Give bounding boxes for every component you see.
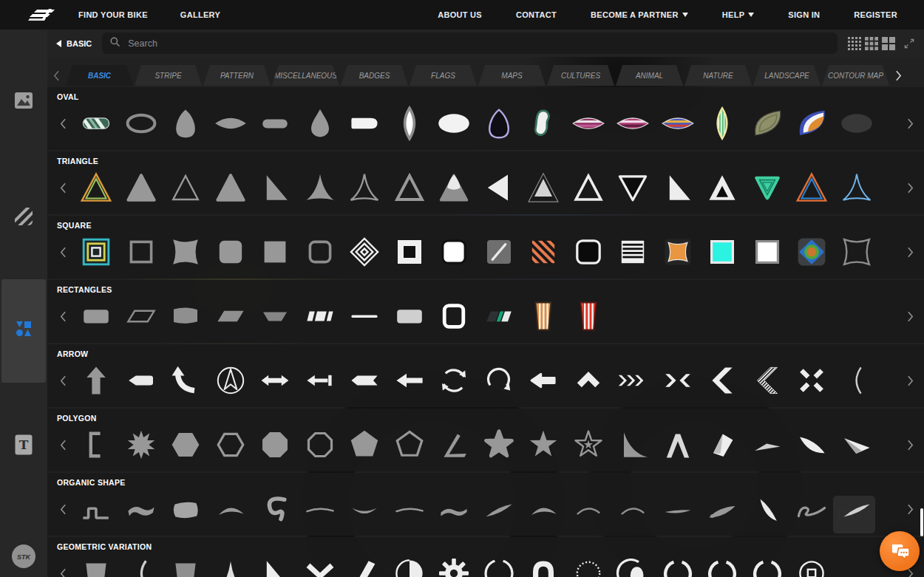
grid-medium-icon[interactable] — [865, 37, 878, 50]
shape-slanted-blade[interactable] — [342, 554, 387, 577]
shape-wavy-ribbon[interactable] — [119, 490, 164, 528]
shape-rounded-star[interactable] — [477, 426, 522, 464]
nav-help[interactable]: HELP — [722, 10, 755, 19]
row-scroll-right-button[interactable] — [903, 375, 917, 386]
shape-striped-lens-magenta[interactable] — [566, 104, 611, 143]
shape-thin-arc[interactable] — [835, 361, 880, 400]
shape-square-with-core[interactable] — [387, 233, 432, 271]
shape-egg[interactable] — [163, 104, 208, 143]
row-scroll-left-button[interactable] — [56, 375, 69, 386]
shape-diagonal-striped-square[interactable] — [521, 233, 566, 271]
shape-tail-swoosh[interactable] — [835, 490, 880, 528]
shape-striped-pill[interactable] — [74, 104, 119, 143]
shape-outline-triangle[interactable] — [387, 168, 432, 207]
shape-concave-square-outline[interactable] — [835, 233, 880, 271]
shape-concave-triangle-outline[interactable] — [342, 168, 387, 207]
sidebar-text-tool[interactable]: T — [0, 434, 47, 455]
shape-concentric-diamonds[interactable] — [342, 233, 387, 271]
row-scroll-left-button[interactable] — [56, 440, 69, 451]
shape-concave-corner[interactable] — [611, 426, 656, 464]
brand-logo-icon[interactable] — [27, 7, 58, 23]
shape-curved-arrow[interactable] — [163, 361, 208, 400]
shape-dark-ellipse[interactable] — [835, 104, 880, 143]
shape-thin-bar[interactable] — [342, 297, 387, 335]
row-scroll-left-button[interactable] — [56, 118, 69, 129]
shape-lined-square[interactable] — [611, 233, 656, 271]
shape-teal-rounded-triangle[interactable] — [745, 168, 790, 207]
shape-black-rounded-square[interactable] — [566, 233, 611, 271]
sidebar-image-tool[interactable] — [0, 92, 47, 109]
shape-flame-leaf[interactable] — [789, 104, 835, 143]
shape-light-rounded-rectangle[interactable] — [387, 297, 432, 335]
shape-step-curve[interactable] — [74, 490, 119, 528]
shape-flag-rectangle[interactable] — [163, 297, 208, 335]
shape-hexagon[interactable] — [163, 426, 208, 464]
shape-lens[interactable] — [208, 104, 254, 143]
shape-kite[interactable] — [700, 426, 745, 464]
shape-orange-concave-square[interactable] — [656, 233, 701, 271]
shape-double-chevron-left[interactable] — [700, 361, 745, 400]
shape-segmented-parallelogram[interactable] — [298, 297, 343, 335]
shape-blue-concave-triangle[interactable] — [835, 168, 880, 207]
shape-y-shape[interactable] — [298, 554, 343, 577]
shape-arrow-to-bar[interactable] — [298, 361, 343, 400]
shape-double-outline-triangle[interactable] — [74, 168, 119, 207]
shape-tilde-wave[interactable] — [432, 490, 477, 528]
shape-crescent[interactable] — [342, 490, 387, 528]
shape-hump[interactable] — [208, 490, 254, 528]
shape-white-outline-triangle[interactable] — [566, 168, 611, 207]
shape-spike[interactable] — [208, 554, 254, 577]
shape-rounded-rectangle[interactable] — [74, 297, 119, 335]
shape-dashed-circle[interactable] — [566, 554, 611, 577]
shape-s-hook[interactable] — [253, 490, 298, 528]
shape-nested-triangle[interactable] — [521, 168, 566, 207]
tab-stripe[interactable]: STRIPE — [135, 65, 202, 86]
shape-orange-striped-trapezoid[interactable] — [521, 297, 566, 335]
shape-left-triangle[interactable] — [477, 168, 522, 207]
shape-peak-outline[interactable] — [656, 426, 701, 464]
shape-thin-wave-2[interactable] — [387, 490, 432, 528]
shape-trapezoid-block[interactable] — [74, 554, 119, 577]
shape-bracket[interactable] — [74, 426, 119, 464]
shape-chevron-cross[interactable] — [789, 361, 835, 400]
shape-chevron-pair[interactable] — [656, 361, 701, 400]
shape-up-arrow[interactable] — [74, 361, 119, 400]
shape-concave-square[interactable] — [163, 233, 208, 271]
shape-hump-2[interactable] — [521, 490, 566, 528]
row-scroll-left-button[interactable] — [56, 504, 69, 515]
tab-badges[interactable]: BADGES — [341, 65, 408, 86]
shape-square-outline[interactable] — [119, 233, 164, 271]
row-scroll-right-button[interactable] — [903, 311, 917, 322]
row-scroll-right-button[interactable] — [903, 440, 917, 451]
row-scroll-left-button[interactable] — [56, 247, 69, 258]
row-scroll-right-button[interactable] — [903, 118, 917, 129]
shape-vertical-lens-outlined[interactable] — [387, 104, 432, 143]
row-scroll-right-button[interactable] — [903, 182, 917, 194]
row-scroll-left-button[interactable] — [56, 182, 69, 194]
sidebar-shapes-tool[interactable] — [0, 320, 47, 338]
row-scroll-right-button[interactable] — [903, 247, 917, 258]
shape-white-ellipse[interactable] — [432, 104, 477, 143]
shape-left-arrow[interactable] — [387, 361, 432, 400]
search-bar[interactable] — [102, 33, 838, 54]
nav-sign-in[interactable]: SIGN IN — [788, 10, 820, 19]
shape-folded-plane[interactable] — [835, 426, 880, 464]
shape-angle[interactable] — [432, 426, 477, 464]
shape-gapped-ring[interactable] — [656, 554, 701, 577]
shape-striped-parallelogram[interactable] — [477, 297, 522, 335]
shape-flat-triangle[interactable] — [745, 426, 790, 464]
tabs-scroll-left-button[interactable] — [47, 65, 66, 86]
shape-gapped-ring-3[interactable] — [745, 554, 790, 577]
shape-hexagon-outline[interactable] — [208, 426, 254, 464]
shape-compass-arrow[interactable] — [208, 361, 254, 400]
sidebar-stk-badge[interactable]: STK — [0, 544, 47, 569]
expand-icon[interactable] — [904, 38, 914, 49]
sidebar-stripes-tool[interactable] — [0, 207, 47, 226]
search-input[interactable] — [126, 38, 830, 49]
chat-button[interactable] — [880, 531, 920, 571]
shape-curved-blade[interactable] — [789, 426, 835, 464]
shape-pointed-bar[interactable] — [119, 361, 164, 400]
tab-maps[interactable]: MAPS — [478, 65, 546, 86]
shape-open-arc[interactable] — [119, 554, 164, 577]
tab-nature[interactable]: NATURE — [684, 65, 752, 86]
